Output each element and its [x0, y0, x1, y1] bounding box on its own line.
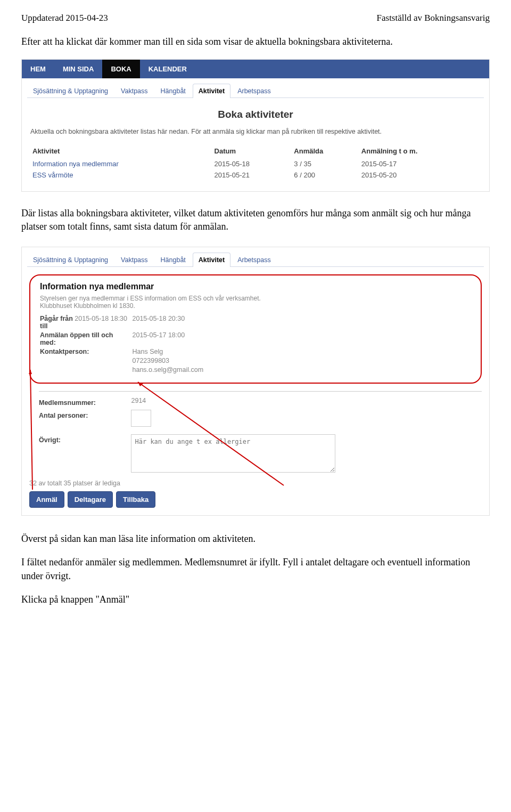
- cell-date: 2015-05-21: [212, 169, 292, 181]
- doc-updated: Uppdaterad 2015-04-23: [21, 13, 108, 23]
- booking-panel: HEM MIN SIDA BOKA KALENDER Sjösättning &…: [21, 59, 490, 192]
- tab-sjoesattning[interactable]: Sjösättning & Upptagning: [27, 253, 114, 267]
- divider: [39, 391, 482, 392]
- col-anmalning: Anmälning t o m.: [359, 144, 481, 158]
- tab-hangbat[interactable]: Hängbåt: [155, 84, 192, 98]
- intro-paragraph: Efter att ha klickat där kommer man till…: [21, 35, 490, 48]
- open-until-label: Anmälan öppen till och med:: [40, 331, 130, 346]
- member-number-label: Medlemsnummer:: [39, 397, 129, 407]
- panel-title: Boka aktiviteter: [30, 109, 481, 120]
- tab-vaktpass[interactable]: Vaktpass: [115, 253, 154, 267]
- activity-title: Information nya medlemmar: [40, 282, 471, 291]
- apply-button[interactable]: Anmäl: [29, 491, 64, 508]
- persons-input[interactable]: [131, 410, 151, 427]
- nav-book[interactable]: BOKA: [102, 60, 139, 78]
- tab-hangbat[interactable]: Hängbåt: [155, 253, 192, 267]
- seats-available: 32 av totalt 35 platser är lediga: [29, 480, 489, 487]
- cell-deadline: 2015-05-17: [359, 158, 481, 169]
- tab-aktivitet[interactable]: Aktivitet: [193, 84, 230, 98]
- other-textarea[interactable]: [131, 434, 335, 473]
- member-number-value: 2914: [131, 397, 146, 404]
- mid-paragraph: Där listas alla bokningsbara aktiviteter…: [21, 207, 490, 233]
- panel-desc: Aktuella och bokningsbara aktiviteter li…: [30, 128, 481, 135]
- kv-row-label: Pågår från 2015-05-18 18:30 till: [40, 315, 130, 330]
- signup-form: Medlemsnummer: 2914 Antal personer: Övri…: [39, 391, 482, 474]
- bottom-line1: Överst på sidan kan man läsa lite inform…: [21, 532, 490, 546]
- activity-table: Aktivitet Datum Anmälda Anmälning t o m.…: [30, 144, 481, 181]
- info-highlight-box: Information nya medlemmar Styrelsen ger …: [29, 274, 482, 384]
- svg-line-0: [30, 370, 32, 490]
- contact-label: Kontaktperson:: [40, 348, 130, 355]
- nav-home[interactable]: HEM: [22, 60, 54, 78]
- sub-tabs: Sjösättning & Upptagning Vaktpass Hängbå…: [27, 84, 484, 98]
- doc-right-header: Fastställd av Bokningsansvarig: [377, 13, 490, 23]
- main-nav: HEM MIN SIDA BOKA KALENDER: [22, 60, 489, 78]
- tab-sjoesattning[interactable]: Sjösättning & Upptagning: [27, 84, 114, 98]
- activity-link[interactable]: Information nya medlemmar: [30, 158, 212, 169]
- tab-aktivitet[interactable]: Aktivitet: [193, 253, 230, 267]
- cell-deadline: 2015-05-20: [359, 169, 481, 181]
- other-label: Övrigt:: [39, 434, 129, 444]
- col-anmalda: Anmälda: [292, 144, 359, 158]
- persons-label: Antal personer:: [39, 410, 129, 419]
- bottom-line2: I fältet nedanför anmäler sig medlemmen.…: [21, 555, 490, 583]
- activity-link[interactable]: ESS vårmöte: [30, 169, 212, 181]
- table-row: ESS vårmöte 2015-05-21 6 / 200 2015-05-2…: [30, 169, 481, 181]
- tab-vaktpass[interactable]: Vaktpass: [115, 84, 154, 98]
- contact-phone: 0722399803: [132, 357, 169, 364]
- contact-name: Hans Selg: [132, 348, 163, 355]
- kv-row-value: 2015-05-18 20:30: [132, 315, 185, 322]
- participants-button[interactable]: Deltagare: [68, 491, 113, 508]
- activity-detail-panel: Sjösättning & Upptagning Vaktpass Hängbå…: [21, 247, 490, 516]
- sub-tabs-2: Sjösättning & Upptagning Vaktpass Hängbå…: [27, 253, 484, 267]
- cell-signed: 6 / 200: [292, 169, 359, 181]
- bottom-line3: Klicka på knappen "Anmäl": [21, 592, 490, 606]
- col-datum: Datum: [212, 144, 292, 158]
- cell-date: 2015-05-18: [212, 158, 292, 169]
- cell-signed: 3 / 35: [292, 158, 359, 169]
- col-aktivitet: Aktivitet: [30, 144, 212, 158]
- nav-my-page[interactable]: MIN SIDA: [54, 60, 103, 78]
- tab-arbetspass[interactable]: Arbetspass: [232, 253, 277, 267]
- contact-email: hans.o.selg@gmail.com: [132, 366, 203, 373]
- activity-desc: Styrelsen ger nya medlemmar i ESS inform…: [40, 295, 471, 310]
- back-button[interactable]: Tillbaka: [116, 491, 155, 508]
- tab-arbetspass[interactable]: Arbetspass: [232, 84, 277, 98]
- table-row: Information nya medlemmar 2015-05-18 3 /…: [30, 158, 481, 169]
- nav-calendar[interactable]: KALENDER: [140, 60, 195, 78]
- open-until-value: 2015-05-17 18:00: [132, 331, 185, 339]
